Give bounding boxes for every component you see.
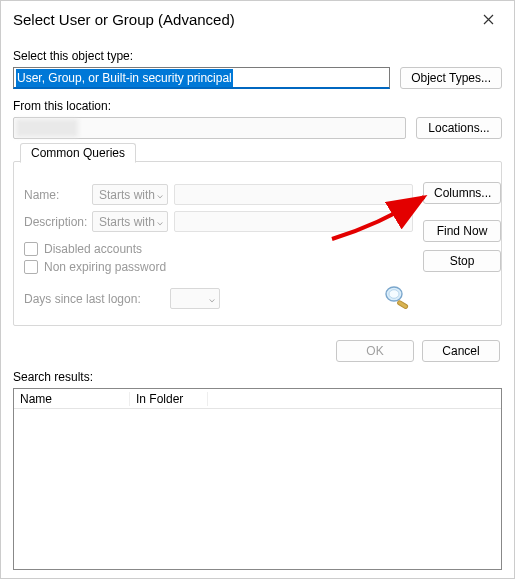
magnifier-icon <box>381 284 411 313</box>
object-type-input[interactable]: User, Group, or Built-in security princi… <box>13 67 390 89</box>
titlebar: Select User or Group (Advanced) <box>1 1 514 37</box>
window-title: Select User or Group (Advanced) <box>13 11 235 28</box>
non-expiring-checkbox[interactable] <box>24 260 38 274</box>
search-results-label: Search results: <box>13 370 502 384</box>
cancel-button[interactable]: Cancel <box>422 340 500 362</box>
chevron-down-icon: ⌵ <box>209 293 215 304</box>
description-label: Description: <box>24 215 86 229</box>
close-button[interactable] <box>468 4 508 34</box>
ok-button[interactable]: OK <box>336 340 414 362</box>
locations-button[interactable]: Locations... <box>416 117 502 139</box>
column-in-folder[interactable]: In Folder <box>130 392 208 406</box>
columns-button[interactable]: Columns... <box>423 182 501 204</box>
disabled-accounts-checkbox[interactable] <box>24 242 38 256</box>
chevron-down-icon: ⌵ <box>157 216 163 227</box>
column-name[interactable]: Name <box>14 392 130 406</box>
name-input[interactable] <box>174 184 413 205</box>
description-mode-value: Starts with <box>99 215 155 229</box>
chevron-down-icon: ⌵ <box>157 189 163 200</box>
results-header: Name In Folder <box>14 389 501 409</box>
days-since-logon-label: Days since last logon: <box>24 292 164 306</box>
close-icon <box>483 14 494 25</box>
stop-button[interactable]: Stop <box>423 250 501 272</box>
location-value-redacted <box>16 119 78 137</box>
name-mode-select[interactable]: Starts with ⌵ <box>92 184 168 205</box>
description-input[interactable] <box>174 211 413 232</box>
description-mode-select[interactable]: Starts with ⌵ <box>92 211 168 232</box>
days-since-logon-select[interactable]: ⌵ <box>170 288 220 309</box>
search-results-list[interactable]: Name In Folder <box>13 388 502 570</box>
common-queries-group: Common Queries Name: Starts with ⌵ Descr… <box>13 161 502 326</box>
non-expiring-label: Non expiring password <box>44 260 166 274</box>
name-label: Name: <box>24 188 86 202</box>
location-input[interactable] <box>13 117 406 139</box>
location-label: From this location: <box>13 99 502 113</box>
object-type-label: Select this object type: <box>13 49 502 63</box>
object-type-value: User, Group, or Built-in security princi… <box>16 69 233 87</box>
name-mode-value: Starts with <box>99 188 155 202</box>
tab-common-queries[interactable]: Common Queries <box>20 143 136 163</box>
object-types-button[interactable]: Object Types... <box>400 67 502 89</box>
svg-rect-2 <box>397 300 408 309</box>
disabled-accounts-label: Disabled accounts <box>44 242 142 256</box>
svg-point-1 <box>389 290 399 299</box>
find-now-button[interactable]: Find Now <box>423 220 501 242</box>
